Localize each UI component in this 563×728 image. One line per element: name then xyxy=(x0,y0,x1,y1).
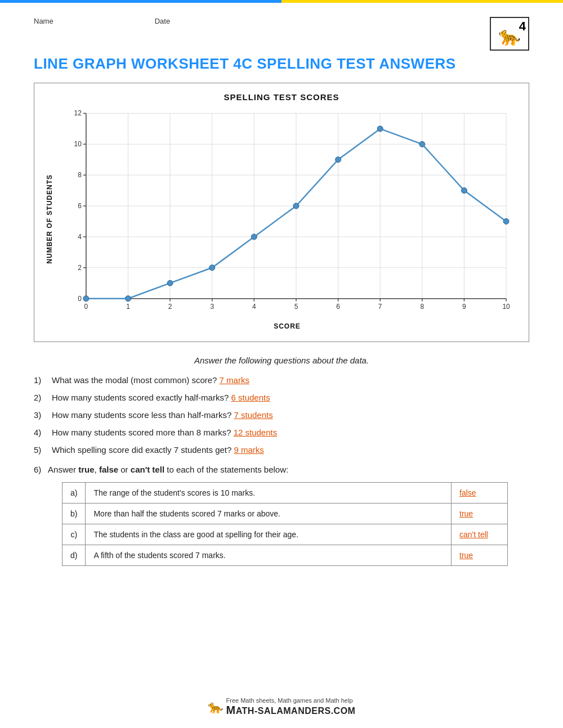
question-item-3: 3) How many students score less than hal… xyxy=(34,410,529,420)
top-border xyxy=(0,0,563,3)
q-num-5: 5) xyxy=(34,445,47,455)
row-statement-0: The range of the student's scores is 10 … xyxy=(86,483,452,504)
top-meta: Name Date 4 🐆 xyxy=(34,17,529,51)
row-letter-1: b) xyxy=(62,504,86,524)
row-answer-2: can't tell xyxy=(452,524,508,545)
y-axis-label: NUMBER OF STUDENTS xyxy=(46,174,53,264)
svg-text:5: 5 xyxy=(294,303,298,311)
svg-text:8: 8 xyxy=(78,171,82,179)
chart-container: SPELLING TEST SCORES NUMBER OF STUDENTS … xyxy=(34,83,529,342)
q6-false-bold: false xyxy=(99,465,118,474)
svg-point-58 xyxy=(167,280,173,286)
svg-text:3: 3 xyxy=(210,303,214,311)
svg-point-65 xyxy=(461,188,467,194)
svg-text:0: 0 xyxy=(84,303,88,311)
q6-or: or xyxy=(118,465,131,474)
svg-text:2: 2 xyxy=(168,303,172,311)
svg-text:8: 8 xyxy=(420,303,424,311)
svg-point-64 xyxy=(419,141,425,147)
svg-text:1: 1 xyxy=(126,303,130,311)
table-row-b: b) More than half the students scored 7 … xyxy=(62,504,508,524)
svg-point-62 xyxy=(336,157,341,163)
row-letter-3: d) xyxy=(62,545,86,566)
svg-text:0: 0 xyxy=(78,295,82,303)
q6-prefix: Answer xyxy=(48,465,78,474)
row-letter-2: c) xyxy=(62,524,86,545)
svg-text:4: 4 xyxy=(252,303,256,311)
footer-brand-m: M xyxy=(226,704,236,716)
q-answer-1: 7 marks xyxy=(220,375,249,385)
q-text-2: How many students scored exactly half-ma… xyxy=(52,393,270,402)
answer-table: a) The range of the student's scores is … xyxy=(62,482,508,566)
name-label: Name xyxy=(34,17,53,25)
table-row-d: d) A fifth of the students scored 7 mark… xyxy=(62,545,508,566)
footer: 🐆 Free Math sheets, Math games and Math … xyxy=(0,697,563,717)
footer-text-block: Free Math sheets, Math games and Math he… xyxy=(226,697,356,717)
q6-comma1: , xyxy=(95,465,99,474)
date-label: Date xyxy=(155,17,170,25)
page-title: LINE GRAPH WORKSHEET 4C SPELLING TEST AN… xyxy=(34,55,529,73)
chart-title: SPELLING TEST SCORES xyxy=(46,92,517,102)
svg-text:6: 6 xyxy=(78,202,82,210)
q-answer-2: 6 students xyxy=(231,393,270,402)
q6-true-bold: true xyxy=(78,465,94,474)
q-num-2: 2) xyxy=(34,393,47,402)
x-axis-label: SCORE xyxy=(57,322,517,330)
q-num-3: 3) xyxy=(34,410,47,420)
question-item-4: 4) How many students scored more than 8 … xyxy=(34,428,529,437)
svg-text:4: 4 xyxy=(78,233,82,241)
footer-free-text: Free Math sheets, Math games and Math he… xyxy=(226,697,356,704)
svg-text:10: 10 xyxy=(502,303,510,311)
q-text-1: What was the modal (most common) score? … xyxy=(52,375,249,385)
q6-num: 6) xyxy=(34,465,46,474)
logo-animal: 🐆 xyxy=(498,25,521,47)
instructions: Answer the following questions about the… xyxy=(34,356,529,365)
row-statement-1: More than half the students scored 7 mar… xyxy=(86,504,452,524)
q6-suffix: to each of the statements below: xyxy=(164,465,288,474)
question-item-1: 1) What was the modal (most common) scor… xyxy=(34,375,529,385)
footer-inner: 🐆 Free Math sheets, Math games and Math … xyxy=(208,697,356,717)
graph-wrapper: 024681012012345678910 SCORE xyxy=(57,107,517,330)
svg-point-61 xyxy=(293,203,299,209)
svg-point-60 xyxy=(251,234,257,240)
q-text-3: How many students score less than half-m… xyxy=(52,410,273,420)
q-text-5: Which spelling score did exactly 7 stude… xyxy=(52,445,264,455)
line-chart: 024681012012345678910 xyxy=(57,107,517,321)
svg-text:10: 10 xyxy=(74,140,82,148)
questions-list: 1) What was the modal (most common) scor… xyxy=(34,375,529,455)
row-answer-1: true xyxy=(452,504,508,524)
svg-text:2: 2 xyxy=(78,264,82,272)
logo-grade: 4 xyxy=(519,19,526,34)
footer-brand: MATH-SALAMANDERS.COM xyxy=(226,704,356,717)
row-statement-3: A fifth of the students scored 7 marks. xyxy=(86,545,452,566)
q-num-1: 1) xyxy=(34,375,47,385)
row-letter-0: a) xyxy=(62,483,86,504)
table-row-c: c) The students in the class are good at… xyxy=(62,524,508,545)
q6-label: 6) Answer true, false or can't tell to e… xyxy=(34,465,529,474)
footer-icon: 🐆 xyxy=(208,700,223,714)
meta-left: Name Date xyxy=(34,17,170,25)
q-text-4: How many students scored more than 8 mar… xyxy=(52,428,277,437)
svg-point-66 xyxy=(503,218,509,224)
row-statement-2: The students in the class are good at sp… xyxy=(86,524,452,545)
q-answer-4: 12 students xyxy=(234,428,278,437)
svg-point-59 xyxy=(209,265,215,271)
row-answer-0: false xyxy=(452,483,508,504)
chart-area: NUMBER OF STUDENTS 024681012012345678910… xyxy=(46,107,517,330)
table-row-a: a) The range of the student's scores is … xyxy=(62,483,508,504)
svg-point-56 xyxy=(83,296,89,302)
svg-text:7: 7 xyxy=(378,303,382,311)
svg-point-57 xyxy=(126,296,131,302)
q-answer-5: 9 marks xyxy=(234,445,264,455)
svg-text:9: 9 xyxy=(462,303,466,311)
q-answer-3: 7 students xyxy=(234,410,272,420)
svg-point-63 xyxy=(377,126,383,132)
footer-brand-rest: ATH-SALAMANDERS.COM xyxy=(236,706,356,716)
question-item-5: 5) Which spelling score did exactly 7 st… xyxy=(34,445,529,455)
question-item-2: 2) How many students scored exactly half… xyxy=(34,393,529,402)
svg-text:12: 12 xyxy=(74,109,82,117)
logo-box: 4 🐆 xyxy=(490,17,529,51)
svg-text:6: 6 xyxy=(336,303,340,311)
row-answer-3: true xyxy=(452,545,508,566)
q6-cant-bold: can't tell xyxy=(131,465,164,474)
